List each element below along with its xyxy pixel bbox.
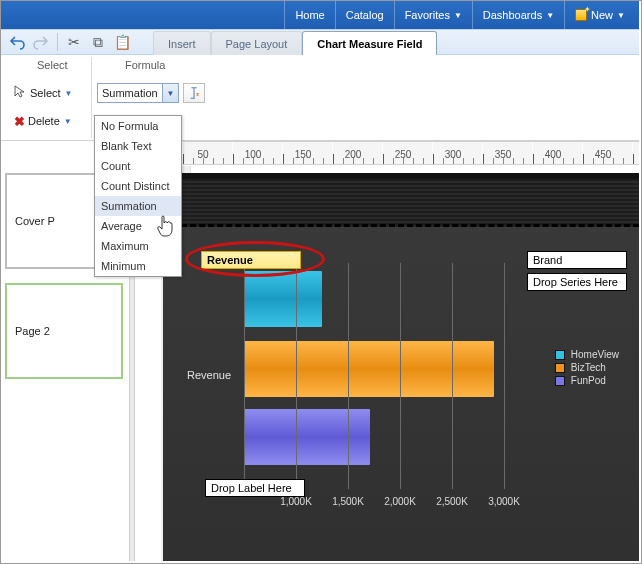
formula-opt-no-formula[interactable]: No Formula bbox=[95, 116, 181, 136]
legend-item: BizTech bbox=[555, 362, 619, 373]
legend-item: HomeView bbox=[555, 349, 619, 360]
legend-item: FunPod bbox=[555, 375, 619, 386]
bar-funpod[interactable] bbox=[244, 409, 370, 465]
formula-opt-blank-text[interactable]: Blank Text bbox=[95, 136, 181, 156]
formula-opt-minimum[interactable]: Minimum bbox=[95, 256, 181, 276]
formula-opt-maximum[interactable]: Maximum bbox=[95, 236, 181, 256]
formula-opt-count-distinct[interactable]: Count Distinct bbox=[95, 176, 181, 196]
drop-zone-label[interactable]: Drop Label Here bbox=[205, 479, 305, 497]
formula-opt-count[interactable]: Count bbox=[95, 156, 181, 176]
drop-zone-brand[interactable]: Brand bbox=[527, 251, 627, 269]
formula-opt-summation[interactable]: Summation bbox=[95, 196, 181, 216]
bar-biztech[interactable] bbox=[244, 341, 494, 397]
drop-zone-measure[interactable]: Revenue bbox=[201, 251, 301, 269]
formula-dropdown[interactable]: No Formula Blank Text Count Count Distin… bbox=[94, 115, 182, 277]
formula-opt-average[interactable]: Average bbox=[95, 216, 181, 236]
drop-zone-series[interactable]: Drop Series Here bbox=[527, 273, 627, 291]
legend-swatch-icon bbox=[555, 363, 565, 373]
legend-swatch-icon bbox=[555, 350, 565, 360]
legend-swatch-icon bbox=[555, 376, 565, 386]
ruler-labels: 50 100 150 200 250 300 350 400 450 bbox=[183, 149, 639, 163]
bar-homeview[interactable] bbox=[244, 271, 322, 327]
chart-legend: HomeView BizTech FunPod bbox=[555, 349, 619, 388]
